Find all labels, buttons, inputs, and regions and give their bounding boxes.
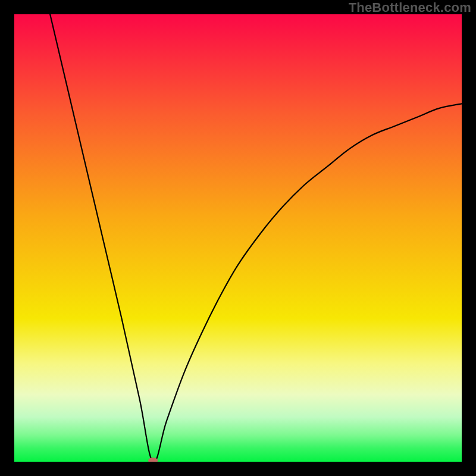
chart-background [14,14,462,462]
watermark-label: TheBottleneck.com [349,0,471,15]
chart-plot-area [14,14,462,462]
